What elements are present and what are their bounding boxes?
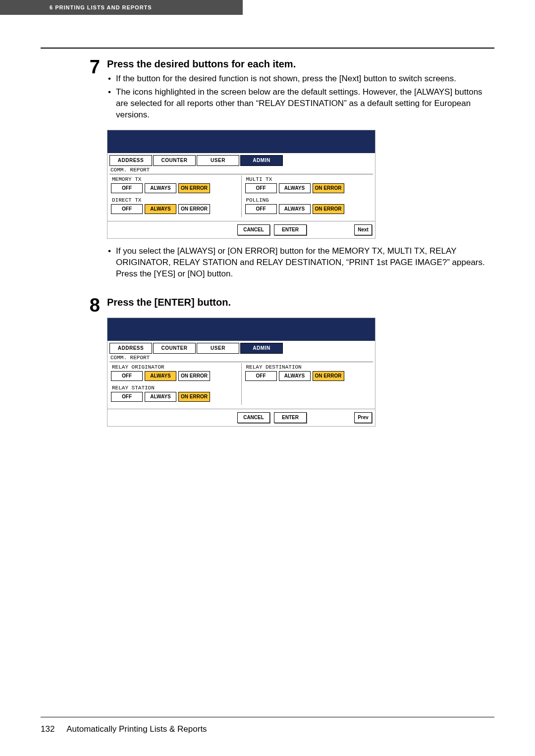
step-8-title: Press the [ENTER] button. [107, 296, 494, 309]
step-7-number: 7 [41, 57, 107, 282]
tab-counter[interactable]: COUNTER [153, 155, 196, 166]
footer-title: Automatically Printing Lists & Reports [66, 724, 207, 734]
step-8-number: 8 [41, 296, 107, 433]
top-rule [41, 48, 494, 49]
enter-button[interactable]: ENTER [274, 412, 307, 423]
polling-off-button[interactable]: OFF [245, 204, 277, 214]
relay-destination-onerror-button[interactable]: ON ERROR [313, 371, 344, 381]
tab-user[interactable]: USER [197, 155, 239, 166]
chapter-header: 6 PRINTING LISTS AND REPORTS [0, 0, 243, 15]
relay-station-off-button[interactable]: OFF [111, 392, 143, 402]
row-relay-originator-label: RELAY ORIGINATOR [111, 363, 238, 370]
relay-station-onerror-button[interactable]: ON ERROR [178, 392, 210, 402]
tab-address[interactable]: ADDRESS [109, 155, 152, 166]
section-title: COMM. REPORT [109, 354, 373, 362]
cancel-button[interactable]: CANCEL [237, 412, 270, 423]
tab-address[interactable]: ADDRESS [109, 343, 152, 354]
page-footer: 132 Automatically Printing Lists & Repor… [41, 724, 207, 734]
prev-button[interactable]: Prev [354, 412, 372, 423]
enter-button[interactable]: ENTER [274, 224, 307, 235]
column-divider [241, 175, 242, 217]
direct-tx-onerror-button[interactable]: ON ERROR [178, 204, 210, 214]
screen-2: ADDRESS COUNTER USER ADMIN COMM. REPORT … [107, 318, 375, 427]
screen-2-titlebar [107, 318, 375, 341]
multi-tx-onerror-button[interactable]: ON ERROR [313, 183, 344, 193]
row-relay-station-label: RELAY STATION [111, 384, 238, 391]
tab-admin[interactable]: ADMIN [240, 155, 283, 166]
relay-originator-onerror-button[interactable]: ON ERROR [178, 371, 210, 381]
step-7-bullet: The icons highlighted in the screen belo… [107, 87, 494, 121]
screen-1: ADDRESS COUNTER USER ADMIN COMM. REPORT … [107, 130, 375, 239]
next-button[interactable]: Next [354, 224, 372, 235]
step-7-title: Press the desired buttons for each item. [107, 57, 494, 70]
row-multi-tx-label: MULTI TX [245, 175, 372, 182]
step-7: 7 Press the desired buttons for each ite… [41, 57, 494, 282]
relay-originator-always-button[interactable]: ALWAYS [145, 371, 176, 381]
tab-admin[interactable]: ADMIN [240, 343, 283, 354]
row-relay-destination-label: RELAY DESTINATION [245, 363, 372, 370]
multi-tx-always-button[interactable]: ALWAYS [279, 183, 311, 193]
relay-originator-off-button[interactable]: OFF [111, 371, 143, 381]
memory-tx-off-button[interactable]: OFF [111, 183, 143, 193]
step-7-note: If you select the [ALWAYS] or [ON ERROR]… [107, 246, 494, 280]
tab-user[interactable]: USER [197, 343, 239, 354]
row-direct-tx-label: DIRECT TX [111, 196, 238, 203]
memory-tx-always-button[interactable]: ALWAYS [145, 183, 176, 193]
column-divider [241, 363, 242, 405]
section-title: COMM. REPORT [109, 166, 373, 174]
cancel-button[interactable]: CANCEL [237, 224, 270, 235]
memory-tx-onerror-button[interactable]: ON ERROR [178, 183, 210, 193]
step-8: 8 Press the [ENTER] button. ADDRESS COUN… [41, 296, 494, 433]
tab-counter[interactable]: COUNTER [153, 343, 196, 354]
row-memory-tx-label: MEMORY TX [111, 175, 238, 182]
relay-destination-off-button[interactable]: OFF [245, 371, 277, 381]
relay-destination-always-button[interactable]: ALWAYS [279, 371, 311, 381]
page-number: 132 [41, 724, 54, 734]
polling-always-button[interactable]: ALWAYS [279, 204, 311, 214]
relay-station-always-button[interactable]: ALWAYS [145, 392, 176, 402]
multi-tx-off-button[interactable]: OFF [245, 183, 277, 193]
polling-onerror-button[interactable]: ON ERROR [313, 204, 344, 214]
step-7-bullet: If the button for the desired function i… [107, 73, 494, 85]
direct-tx-always-button[interactable]: ALWAYS [145, 204, 176, 214]
row-polling-label: POLLING [245, 196, 372, 203]
direct-tx-off-button[interactable]: OFF [111, 204, 143, 214]
screen-1-titlebar [107, 130, 375, 153]
bottom-rule [41, 717, 494, 717]
